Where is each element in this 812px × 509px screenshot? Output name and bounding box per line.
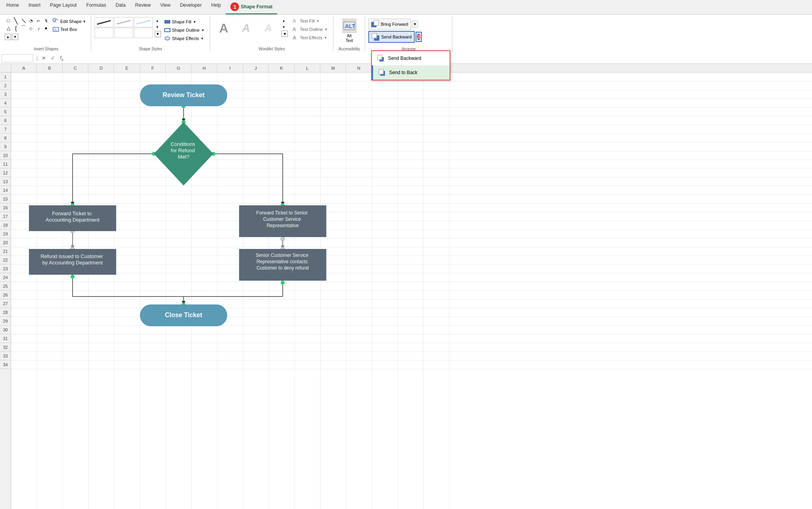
row-header-16[interactable]: 16 <box>0 203 11 212</box>
tab-page-layout[interactable]: Page Layout <box>45 0 81 14</box>
col-header-L[interactable]: L <box>295 64 320 72</box>
bracket-icon[interactable]: ⌐ <box>35 17 42 24</box>
accept-formula-button[interactable]: ✓ <box>48 54 57 62</box>
col-header-J[interactable]: J <box>243 64 269 72</box>
shape4-icon[interactable]: ◇ <box>27 25 34 32</box>
send-to-back-menu-item[interactable]: Send to Back <box>372 65 450 80</box>
text-outline-dropdown[interactable]: ▼ <box>324 28 327 31</box>
text-outline-button[interactable]: A Text Outline ▼ <box>289 25 330 33</box>
shapes-expand-icon[interactable]: ▲ <box>5 34 11 40</box>
shape-fill-button[interactable]: Shape Fill ▼ <box>162 18 207 26</box>
shape-outline-button[interactable]: Shape Outline ▼ <box>162 26 207 34</box>
row-header-31[interactable]: 31 <box>0 334 11 343</box>
col-header-N[interactable]: N <box>346 64 372 72</box>
text-effects-dropdown[interactable]: ▼ <box>324 36 327 40</box>
col-header-C[interactable]: C <box>63 64 88 72</box>
wordart-down-icon[interactable]: ▼ <box>281 24 286 30</box>
tab-shape-format[interactable]: 1 Shape Format <box>226 0 277 14</box>
col-header-B[interactable]: B <box>37 64 63 72</box>
row-header-32[interactable]: 32 <box>0 343 11 352</box>
col-header-A[interactable]: A <box>11 64 37 72</box>
rect-icon[interactable]: □ <box>5 17 12 24</box>
shape5-icon[interactable]: ╭ <box>35 25 42 32</box>
col-header-G[interactable]: G <box>166 64 192 72</box>
col-header-D[interactable]: D <box>88 64 114 72</box>
text-effects-button[interactable]: A Text Effects ▼ <box>289 34 330 42</box>
tab-developer[interactable]: Developer <box>175 0 207 14</box>
row-header-26[interactable]: 26 <box>0 291 11 299</box>
col-header-F[interactable]: F <box>140 64 166 72</box>
row-header-8[interactable]: 8 <box>0 134 11 142</box>
row-header-5[interactable]: 5 <box>0 107 11 116</box>
row-header-15[interactable]: 15 <box>0 195 11 203</box>
col-header-K[interactable]: K <box>269 64 295 72</box>
text-fill-button[interactable]: A Text Fill ▼ <box>289 17 330 25</box>
scroll2-icon[interactable]: ↯ <box>42 17 50 24</box>
tab-home[interactable]: Home <box>2 0 24 14</box>
line-icon2[interactable]: | <box>18 15 28 25</box>
style-swatch-5[interactable] <box>114 28 133 38</box>
row-header-24[interactable]: 24 <box>0 273 11 282</box>
swatch-up-icon[interactable]: ▲ <box>155 18 160 24</box>
row-header-22[interactable]: 22 <box>0 256 11 264</box>
tri-icon[interactable]: △ <box>5 25 12 32</box>
tab-data[interactable]: Data <box>111 0 130 14</box>
row-header-11[interactable]: 11 <box>0 160 11 168</box>
tab-view[interactable]: View <box>155 0 175 14</box>
send-backward-button[interactable]: Send Backward <box>368 31 415 43</box>
style-swatch-1[interactable] <box>94 17 113 27</box>
style-swatch-2[interactable] <box>114 17 133 27</box>
tab-insert[interactable]: Insert <box>24 0 45 14</box>
text-fill-dropdown[interactable]: ▼ <box>316 19 320 23</box>
col-header-I[interactable]: I <box>217 64 243 72</box>
shapes-expand2-icon[interactable]: ▼ <box>12 34 18 40</box>
bring-forward-button[interactable]: Bring Forward <box>368 19 411 30</box>
shape-effects-dropdown[interactable]: ▼ <box>201 37 204 40</box>
col-header-M[interactable]: M <box>320 64 346 72</box>
row-header-33[interactable]: 33 <box>0 352 11 360</box>
row-header-6[interactable]: 6 <box>0 116 11 125</box>
row-header-13[interactable]: 13 <box>0 177 11 186</box>
row-header-29[interactable]: 29 <box>0 317 11 325</box>
row-header-9[interactable]: 9 <box>0 142 11 151</box>
cancel-formula-button[interactable]: ✕ <box>39 54 48 62</box>
row-header-25[interactable]: 25 <box>0 282 11 291</box>
styles-expand-button[interactable]: ▼ <box>155 31 161 37</box>
brace-icon[interactable]: { <box>12 25 19 32</box>
send-backward-dropdown-button[interactable]: 2 <box>416 32 422 42</box>
shape6-icon[interactable]: ● <box>42 25 50 32</box>
shape-effects-button[interactable]: Shape Effects ▼ <box>162 34 207 42</box>
row-header-18[interactable]: 18 <box>0 221 11 230</box>
wordart-expand-button[interactable]: ▼ <box>282 31 288 37</box>
col-header-E[interactable]: E <box>114 64 140 72</box>
tab-help[interactable]: Help <box>207 0 226 14</box>
row-header-28[interactable]: 28 <box>0 308 11 317</box>
row-header-10[interactable]: 10 <box>0 151 11 160</box>
send-backward-menu-item[interactable]: Send Backward <box>372 51 450 65</box>
shape-outline-dropdown[interactable]: ▼ <box>201 29 204 32</box>
row-header-14[interactable]: 14 <box>0 186 11 195</box>
bring-forward-dropdown-button[interactable]: ▼ <box>412 21 418 28</box>
cells-area[interactable]: Review Ticket Conditions for Refund Met?… <box>11 73 812 509</box>
row-header-3[interactable]: 3 <box>0 90 11 99</box>
edit-shape-dropdown[interactable]: ▼ <box>83 20 86 23</box>
row-header-2[interactable]: 2 <box>0 81 11 90</box>
row-header-17[interactable]: 17 <box>0 212 11 221</box>
row-header-20[interactable]: 20 <box>0 238 11 247</box>
edit-shape-button[interactable]: A✎ Edit Shape ▼ <box>51 18 88 25</box>
row-header-27[interactable]: 27 <box>0 299 11 308</box>
shape-fill-dropdown[interactable]: ▼ <box>193 20 196 24</box>
tab-review[interactable]: Review <box>130 0 155 14</box>
row-header-34[interactable]: 34 <box>0 360 11 369</box>
text-box-button[interactable]: A Text Box <box>51 26 88 33</box>
style-swatch-4[interactable] <box>94 28 113 38</box>
row-header-1[interactable]: 1 <box>0 73 11 81</box>
swatch-down-icon[interactable]: ▼ <box>155 25 160 30</box>
col-header-H[interactable]: H <box>192 64 217 72</box>
name-box[interactable] <box>2 54 33 62</box>
row-header-7[interactable]: 7 <box>0 125 11 134</box>
row-header-4[interactable]: 4 <box>0 99 11 107</box>
wordart-letter-1[interactable]: A <box>213 17 234 39</box>
style-swatch-3[interactable] <box>134 17 153 27</box>
alt-text-button[interactable]: ALT AltText <box>341 17 358 45</box>
